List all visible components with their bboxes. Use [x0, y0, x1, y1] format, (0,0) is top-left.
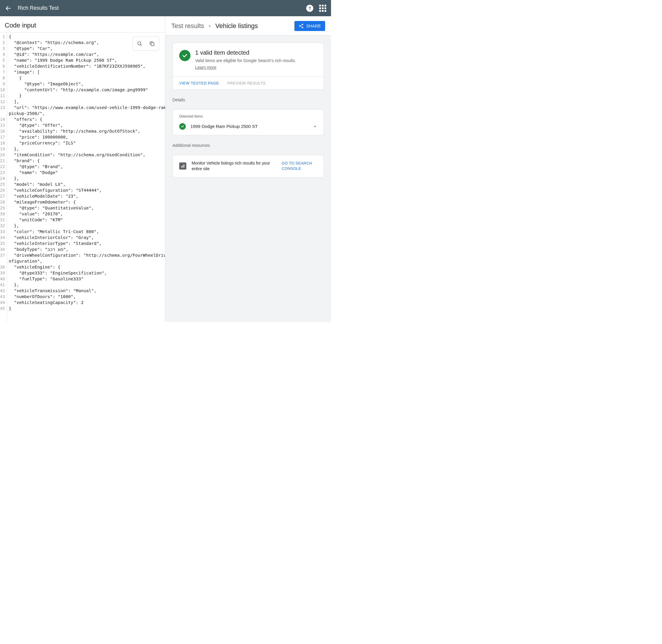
view-tested-page-button[interactable]: VIEW TESTED PAGE [179, 81, 219, 85]
results-header: Test results Vehicle listings SHARE [165, 16, 331, 36]
detected-items-header: Detected items [173, 110, 324, 119]
details-label: Details [172, 97, 324, 102]
detected-item-name: 1999 Dodge Ram Pickup 2500 ST [190, 124, 308, 129]
console-link[interactable]: GO TO SEARCH CONSOLE [282, 161, 317, 171]
help-icon[interactable]: ? [306, 5, 313, 12]
share-label: SHARE [306, 24, 321, 28]
app-title: Rich Results Test [18, 5, 306, 11]
check-icon [179, 50, 190, 61]
topbar: Rich Results Test ? [0, 0, 331, 16]
chevron-right-icon [208, 24, 211, 28]
detected-item-row[interactable]: 1999 Dodge Ram Pickup 2500 ST [173, 119, 324, 135]
left-pane: Code input 12345678910111213141516171819… [0, 16, 165, 322]
resource-text: Monitor Vehicle listings rich results fo… [192, 160, 276, 172]
breadcrumb-root[interactable]: Test results [171, 22, 204, 30]
code-toolbar [133, 37, 159, 51]
svg-point-4 [302, 24, 304, 25]
chart-icon [179, 162, 186, 169]
code-editor[interactable]: 1234567891011121314151617181920212223242… [0, 32, 165, 322]
valid-title: 1 valid item detected [195, 49, 296, 56]
search-icon[interactable] [134, 38, 145, 49]
code-input-title: Code input [0, 16, 165, 32]
svg-rect-9 [184, 164, 184, 168]
resource-card: Monitor Vehicle listings rich results fo… [172, 155, 324, 178]
detected-items-card: Detected items 1999 Dodge Ram Pickup 250… [172, 109, 324, 135]
breadcrumb-current: Vehicle listings [215, 22, 258, 30]
svg-rect-8 [183, 165, 183, 168]
valid-subtitle: Valid items are eligible for Google Sear… [195, 58, 296, 64]
chevron-down-icon [313, 124, 317, 129]
line-gutter: 1234567891011121314151617181920212223242… [0, 32, 7, 322]
svg-point-6 [302, 27, 304, 28]
valid-item-card: 1 valid item detected Valid items are el… [172, 43, 324, 90]
share-icon [299, 23, 304, 29]
copy-icon[interactable] [146, 38, 158, 49]
check-icon [179, 123, 186, 130]
preview-results-button: PREVIEW RESULTS [227, 81, 266, 85]
code-content[interactable]: { "@context": "https://schema.org", "@ty… [7, 32, 165, 322]
share-button[interactable]: SHARE [294, 21, 325, 31]
svg-line-2 [141, 45, 142, 46]
back-arrow-icon[interactable] [5, 5, 12, 12]
card-actions: VIEW TESTED PAGE PREVIEW RESULTS [173, 76, 324, 90]
svg-point-5 [300, 25, 301, 27]
svg-rect-7 [181, 166, 182, 168]
topbar-actions: ? [306, 5, 326, 12]
learn-more-link[interactable]: Learn more [195, 65, 216, 70]
svg-rect-3 [151, 43, 154, 46]
apps-icon[interactable] [319, 5, 326, 12]
svg-point-1 [138, 42, 141, 45]
resources-label: Additional resources [172, 143, 324, 148]
right-pane: Test results Vehicle listings SHARE [165, 16, 331, 322]
